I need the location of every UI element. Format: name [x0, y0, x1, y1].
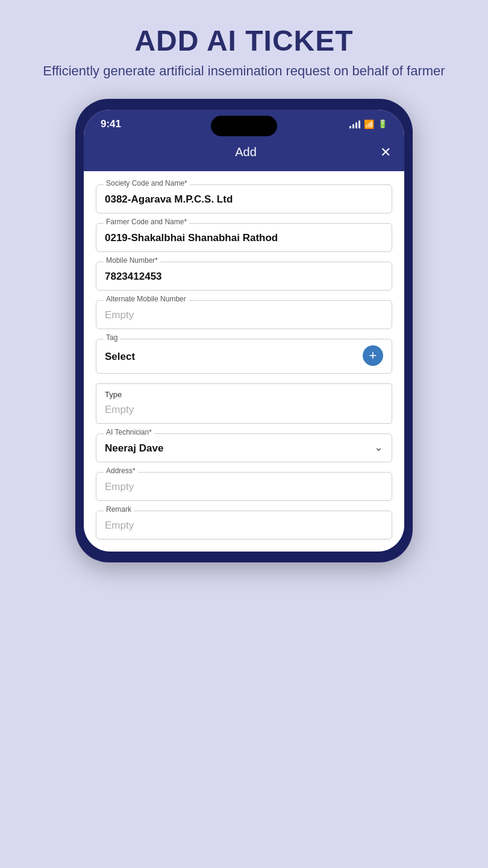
farmer-code-field[interactable]: Farmer Code and Name* 0219-Shakalbhai Sh… — [96, 223, 392, 252]
alt-mobile-label: Alternate Mobile Number — [104, 295, 189, 303]
tag-label: Tag — [104, 333, 120, 342]
address-label: Address* — [104, 467, 138, 475]
address-placeholder: Empty — [105, 479, 383, 493]
tag-value: Select — [105, 348, 135, 363]
ai-technician-value: Neeraj Dave — [105, 440, 163, 454]
close-button[interactable]: ✕ — [380, 145, 391, 160]
type-label: Type — [105, 390, 383, 399]
alt-mobile-field[interactable]: Alternate Mobile Number Empty — [96, 300, 392, 329]
signal-bar-1 — [349, 126, 351, 128]
society-code-value: 0382-Agarava M.P.C.S. Ltd — [105, 191, 383, 206]
phone-shell: 9:41 📶 🔋 Add ✕ S — [75, 99, 413, 562]
dynamic-island — [211, 116, 277, 136]
page-header: ADD AI TICKET Efficiently generate artif… — [43, 24, 445, 81]
signal-bar-2 — [352, 124, 354, 128]
type-placeholder: Empty — [105, 401, 383, 416]
form-content: Society Code and Name* 0382-Agarava M.P.… — [84, 171, 404, 552]
farmer-code-label: Farmer Code and Name* — [104, 218, 189, 226]
tag-field[interactable]: Tag Select + — [96, 339, 392, 374]
battery-icon: 🔋 — [378, 119, 387, 128]
chevron-down-icon: ⌄ — [374, 441, 383, 454]
wifi-icon: 📶 — [364, 119, 374, 129]
type-field[interactable]: Type Empty — [96, 383, 392, 424]
remark-field[interactable]: Remark Empty — [96, 511, 392, 539]
ai-technician-field[interactable]: AI Technician* Neeraj Dave ⌄ — [96, 433, 392, 462]
address-field[interactable]: Address* Empty — [96, 472, 392, 501]
tag-add-button[interactable]: + — [363, 345, 383, 366]
nav-bar: Add ✕ — [84, 136, 404, 171]
alt-mobile-placeholder: Empty — [105, 307, 383, 321]
remark-label: Remark — [104, 505, 134, 514]
society-code-field[interactable]: Society Code and Name* 0382-Agarava M.P.… — [96, 184, 392, 213]
status-icons: 📶 🔋 — [349, 119, 387, 129]
page-subtitle: Efficiently generate artificial insemina… — [43, 62, 445, 81]
status-bar: 9:41 📶 🔋 — [84, 110, 404, 136]
ai-technician-label: AI Technician* — [104, 428, 154, 436]
society-code-label: Society Code and Name* — [104, 179, 190, 187]
mobile-number-value: 7823412453 — [105, 268, 383, 283]
page-title: ADD AI TICKET — [43, 24, 445, 57]
signal-bars-icon — [349, 120, 360, 128]
remark-placeholder: Empty — [105, 517, 383, 532]
signal-bar-4 — [358, 121, 360, 128]
status-time: 9:41 — [101, 118, 121, 130]
mobile-number-field[interactable]: Mobile Number* 7823412453 — [96, 262, 392, 291]
nav-title: Add — [235, 145, 257, 159]
mobile-number-label: Mobile Number* — [104, 256, 160, 265]
phone-inner: 9:41 📶 🔋 Add ✕ S — [84, 110, 404, 552]
signal-bar-3 — [355, 122, 357, 128]
farmer-code-value: 0219-Shakalbhai Shanabhai Rathod — [105, 230, 383, 244]
